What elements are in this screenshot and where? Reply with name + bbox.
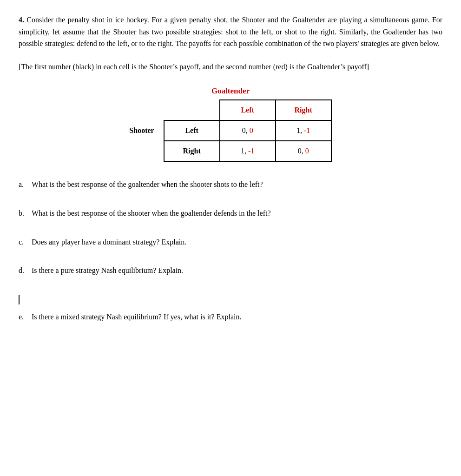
cell-red-value: 0: [250, 126, 253, 134]
table-row: Left 0, 0 1, -1: [164, 120, 331, 141]
game-matrix-wrapper: Goaltender Shooter Left Right Left 0, 0: [19, 86, 442, 162]
sub-question-text-e: Is there a mixed strategy Nash equilibri…: [32, 311, 241, 323]
table-cell-right-left: 1, -1: [220, 141, 276, 161]
question-note-text: [The first number (black) in each cell i…: [19, 61, 442, 73]
sub-question-text-b: What is the best response of the shooter…: [32, 207, 271, 219]
table-row-label-right: Right: [164, 141, 220, 161]
goaltender-label: Goaltender: [211, 86, 250, 96]
question-number: 4.: [19, 16, 24, 24]
table-corner-empty: [164, 100, 220, 120]
table-col-header-right: Right: [276, 100, 331, 120]
table-cell-right-right: 0, 0: [276, 141, 331, 161]
cell-black-value: 1,: [241, 147, 248, 155]
sub-question-label-d: d.: [19, 264, 32, 277]
sub-question-label-e: e.: [19, 311, 32, 323]
shooter-label: Shooter: [129, 126, 154, 135]
cell-black-value: 1,: [296, 126, 304, 134]
sub-question-text-c: Does any player have a dominant strategy…: [32, 236, 186, 248]
table-cell-left-left: 0, 0: [220, 120, 276, 141]
cell-red-value: -1: [304, 126, 310, 134]
cell-red-value: -1: [248, 147, 254, 155]
sub-question-e: e. Is there a mixed strategy Nash equili…: [19, 311, 442, 323]
table-col-header-left: Left: [220, 100, 276, 120]
cell-black-value: 0,: [242, 126, 250, 134]
cell-red-value: 0: [305, 147, 309, 155]
sub-question-label-b: b.: [19, 207, 32, 219]
table-row-label-left: Left: [164, 120, 220, 141]
sub-question-a: a. What is the best response of the goal…: [19, 178, 442, 191]
sub-question-text-a: What is the best response of the goalten…: [32, 178, 263, 191]
cell-black-value: 0,: [298, 147, 305, 155]
sub-questions: a. What is the best response of the goal…: [19, 178, 442, 323]
sub-question-d: d. Is there a pure strategy Nash equilib…: [19, 264, 442, 277]
sub-question-label-a: a.: [19, 178, 32, 191]
question-main-text: 4. Consider the penalty shot in ice hock…: [19, 14, 442, 50]
table-row: Right 1, -1 0, 0: [164, 141, 331, 161]
cursor-line: [19, 295, 20, 304]
sub-question-label-c: c.: [19, 236, 32, 248]
sub-question-b: b. What is the best response of the shoo…: [19, 207, 442, 219]
sub-question-c: c. Does any player have a dominant strat…: [19, 236, 442, 248]
matrix-area: Shooter Left Right Left 0, 0 1, -1: [129, 99, 331, 162]
game-table: Left Right Left 0, 0 1, -1 Right: [164, 99, 332, 162]
cursor-line-wrapper: [19, 293, 442, 306]
table-cell-left-right: 1, -1: [276, 120, 331, 141]
sub-question-text-d: Is there a pure strategy Nash equilibriu…: [32, 264, 183, 277]
